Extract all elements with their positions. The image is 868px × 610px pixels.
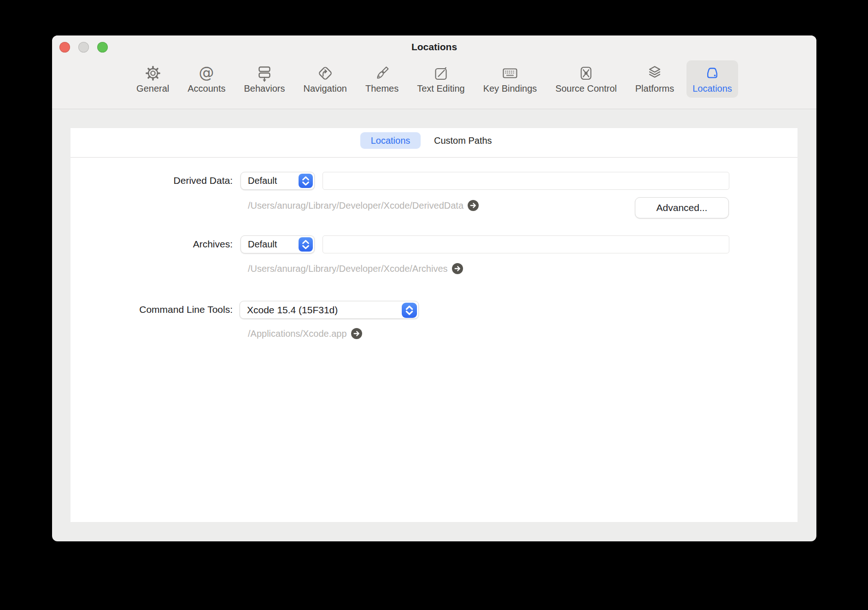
derived-data-path: /Users/anurag/Library/Developer/Xcode/De… [248,200,463,211]
popup-value: Default [248,239,277,250]
tab-label: Behaviors [244,83,285,94]
keyboard-icon [501,64,519,83]
archives-popup[interactable]: Default [240,235,315,253]
archives-label: Archives: [69,239,233,250]
tab-behaviors[interactable]: Behaviors [238,60,291,98]
tab-label: Source Control [555,83,616,94]
tab-themes[interactable]: Themes [359,60,405,98]
tab-text-editing[interactable]: Text Editing [411,60,470,98]
svg-text:@: @ [199,64,214,82]
arrow-right-circle-icon[interactable] [351,328,362,339]
xcode-settings-window: Locations [52,35,816,541]
archives-path: /Users/anurag/Library/Developer/Xcode/Ar… [248,264,448,274]
archives-custom-path-field[interactable] [323,235,729,253]
tab-label: Key Bindings [483,83,537,94]
settings-toolbar: General @ Accounts [52,60,816,98]
hard-drive-icon [703,64,721,83]
tab-label: Themes [365,83,399,94]
tab-source-control[interactable]: Source Control [549,60,622,98]
tab-label: Platforms [635,83,674,94]
tab-navigation[interactable]: Navigation [297,60,353,98]
divider [70,157,798,158]
arrow-right-circle-icon[interactable] [468,200,479,211]
window-title: Locations [52,41,816,53]
advanced-button[interactable]: Advanced... [635,197,729,218]
command-line-tools-path: /Applications/Xcode.app [248,328,347,339]
arrow-right-circle-icon[interactable] [452,263,463,274]
tab-general[interactable]: General [130,60,175,98]
tab-label: Accounts [188,83,225,94]
tab-locations[interactable]: Locations [686,60,738,98]
command-line-tools-path-row: /Applications/Xcode.app [248,328,362,339]
derived-data-custom-path-field[interactable] [323,172,729,190]
popup-stepper-icon [402,303,417,318]
segment-locations[interactable]: Locations [360,132,421,149]
platforms-icon [645,64,664,83]
text-editing-icon [432,64,450,83]
popup-value: Default [248,176,277,186]
tab-label: Locations [692,83,732,94]
derived-data-label: Derived Data: [69,175,233,186]
at-sign-icon: @ [197,64,216,83]
command-line-tools-popup[interactable]: Xcode 15.4 (15F31d) [240,301,419,319]
popup-stepper-icon [299,174,313,188]
tab-label: Text Editing [417,83,464,94]
derived-data-popup[interactable]: Default [240,172,315,190]
derived-data-path-row: /Users/anurag/Library/Developer/Xcode/De… [248,200,479,211]
tab-label: General [136,83,169,94]
source-control-icon [577,64,595,83]
paintbrush-icon [373,64,391,83]
popup-value: Xcode 15.4 (15F31d) [247,305,338,316]
segment-custom-paths[interactable]: Custom Paths [434,132,492,149]
archives-path-row: /Users/anurag/Library/Developer/Xcode/Ar… [248,263,463,274]
behaviors-icon [255,64,274,83]
tab-label: Navigation [303,83,347,94]
command-line-tools-label: Command Line Tools: [69,304,233,315]
tab-accounts[interactable]: @ Accounts [182,60,231,98]
tab-key-bindings[interactable]: Key Bindings [477,60,543,98]
locations-pane: Locations Custom Paths Derived Data: Def… [70,128,798,522]
screen: Locations [0,0,868,610]
gear-icon [144,64,162,83]
window-chrome: Locations [52,35,816,109]
tab-platforms[interactable]: Platforms [629,60,680,98]
navigation-icon [316,64,334,83]
popup-stepper-icon [299,237,313,252]
